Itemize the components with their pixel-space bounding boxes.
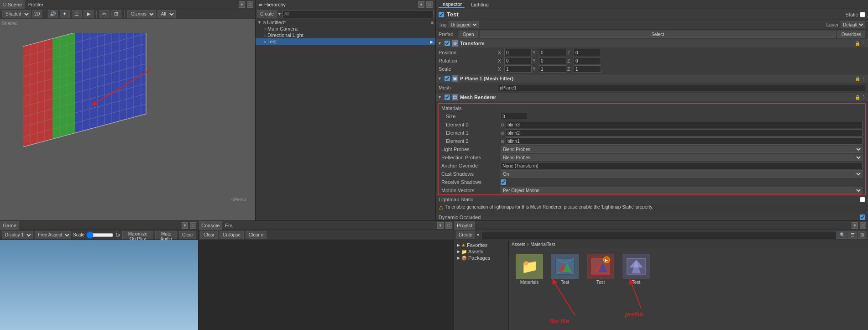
scene-maximize-btn[interactable]: □ xyxy=(247,1,253,8)
hierarchy-maximize-btn[interactable]: □ xyxy=(426,1,433,8)
mesh-filter-header[interactable]: ▼ ▣ P Plane 1 (Mesh Filter) 🔒 ⋮ xyxy=(436,74,868,83)
scale-y-input[interactable] xyxy=(539,65,566,73)
motion-vectors-select[interactable]: Per Object Motion xyxy=(501,187,863,194)
project-minimize-btn[interactable]: ▼ xyxy=(852,222,858,229)
project-assets-item[interactable]: ▶ 📁 Assets xyxy=(456,248,507,255)
collapse-btn[interactable]: Collapse xyxy=(220,231,244,239)
layer-select[interactable]: Default xyxy=(841,21,865,28)
mesh-renderer-collapse-icon: ▼ xyxy=(438,95,442,100)
receive-shadows-checkbox[interactable] xyxy=(501,179,506,185)
overrides-btn[interactable]: Overrides xyxy=(837,31,865,38)
hierarchy-minimize-btn[interactable]: ▼ xyxy=(418,1,424,8)
scene-minimize-btn[interactable]: ▼ xyxy=(239,1,245,8)
hierarchy-item-test[interactable]: ○ Test ▶ xyxy=(256,38,435,45)
shading-mode-select[interactable]: Shaded xyxy=(2,10,31,18)
rect-tool-btn[interactable]: ⊞ xyxy=(111,10,121,18)
hierarchy-scene-root[interactable]: ▼ ⊙ Untitled* ≡ xyxy=(256,19,435,26)
project-create-btn[interactable]: Create xyxy=(456,231,475,239)
scene-3d-view: X Y Z xyxy=(23,33,187,161)
console-tab[interactable]: Console xyxy=(199,221,222,230)
mesh-renderer-checkbox[interactable] xyxy=(444,94,450,100)
asset-materials-folder[interactable]: 📁 Materials xyxy=(513,254,545,285)
anchor-override-input[interactable] xyxy=(501,162,863,169)
audio-toggle-btn[interactable]: 🔊 xyxy=(48,10,58,18)
transform-header[interactable]: ▼ ⊕ Transform 🔒 ⋮ xyxy=(436,39,868,47)
clear-on-btn[interactable]: Clear o xyxy=(246,231,267,239)
gizmos-select[interactable]: Gizmos xyxy=(127,10,156,18)
project-toggle2-btn[interactable]: ⊞ xyxy=(858,231,866,239)
mute-audio-btn[interactable]: Mute Audio xyxy=(155,231,177,239)
mesh-filter-menu-icon[interactable]: ⋮ xyxy=(861,76,866,82)
static-checkbox[interactable] xyxy=(860,12,865,17)
transform-tool-btn[interactable]: ✂ xyxy=(99,10,110,18)
display-select[interactable]: Display 1 xyxy=(2,231,33,239)
mesh-renderer-menu-icon[interactable]: ⋮ xyxy=(861,94,866,100)
open-prefab-btn[interactable]: Open xyxy=(459,31,478,38)
inspector-tab[interactable]: Inspector xyxy=(439,1,465,8)
cast-shadows-select[interactable]: On xyxy=(501,170,863,178)
asset-test-prefab[interactable]: Test xyxy=(620,254,652,285)
scale-slider[interactable] xyxy=(86,232,114,238)
lightmap-static-checkbox[interactable] xyxy=(860,197,865,202)
project-search-btn[interactable]: 🔍 xyxy=(837,231,847,239)
scene-options-btn[interactable]: ☰ xyxy=(72,10,82,18)
fra-tab[interactable]: Fra xyxy=(222,221,235,230)
path-assets[interactable]: Assets xyxy=(512,242,525,247)
rot-z-input[interactable] xyxy=(574,57,601,64)
rot-y-input[interactable] xyxy=(539,57,566,64)
project-content: ▶ ★ Favorites ▶ 📁 Assets ▶ 📦 Packages xyxy=(454,240,868,330)
transform-checkbox[interactable] xyxy=(444,41,450,46)
effects-btn[interactable]: ✦ xyxy=(60,10,70,18)
project-favorites-item[interactable]: ▶ ★ Favorites xyxy=(456,242,507,248)
scene-tab[interactable]: ⬡ Scene xyxy=(0,0,25,9)
element1-input[interactable] xyxy=(506,129,863,136)
dynamic-occluded-checkbox[interactable] xyxy=(860,215,865,220)
project-packages-item[interactable]: ▶ 📦 Packages xyxy=(456,255,507,261)
packages-label: Packages xyxy=(468,255,490,261)
size-input[interactable] xyxy=(501,113,528,120)
light-probes-select[interactable]: Blend Probes xyxy=(501,146,863,153)
aspect-select[interactable]: Free Aspect xyxy=(35,231,71,239)
clear-console-btn[interactable]: Clear xyxy=(200,231,218,239)
rot-x-input[interactable] xyxy=(504,57,532,64)
element0-input[interactable] xyxy=(506,121,863,128)
game-clear-btn[interactable]: Clear xyxy=(179,231,196,239)
path-folder[interactable]: MaterialTest xyxy=(530,242,555,247)
pos-z-input[interactable] xyxy=(574,49,601,56)
reflection-probes-select[interactable]: Blend Probes xyxy=(501,154,863,161)
project-maximize-btn[interactable]: □ xyxy=(860,222,866,229)
hierarchy-item-directional-light[interactable]: ○ Directional Light xyxy=(256,32,435,38)
game-minimize-btn[interactable]: ▼ xyxy=(182,222,188,229)
element2-input[interactable] xyxy=(506,137,863,145)
profiler-tab[interactable]: Profiler xyxy=(25,0,46,9)
hierarchy-search-input[interactable] xyxy=(282,10,434,18)
obj-active-checkbox[interactable] xyxy=(439,12,444,17)
game-maximize-btn[interactable]: □ xyxy=(190,222,196,229)
scale-z-input[interactable] xyxy=(574,65,601,73)
asset-test-prefab-mesh[interactable]: ▶ Test xyxy=(585,254,617,285)
pos-y-input[interactable] xyxy=(539,49,566,56)
select-prefab-btn[interactable]: Select xyxy=(480,31,835,38)
console-minimize-btn[interactable]: ▼ xyxy=(437,222,444,229)
transform-menu-icon[interactable]: ⋮ xyxy=(861,41,866,47)
lighting-tab[interactable]: Lighting xyxy=(468,2,492,7)
console-maximize-btn[interactable]: □ xyxy=(445,222,452,229)
mesh-filter-checkbox[interactable] xyxy=(444,76,450,81)
play-mode-btn[interactable]: ▶ xyxy=(84,10,94,18)
asset-test-mesh[interactable]: Test xyxy=(549,254,581,285)
hierarchy-create-btn[interactable]: Create xyxy=(257,10,277,18)
tag-select[interactable]: Untagged xyxy=(449,21,479,28)
layers-select[interactable]: All xyxy=(157,10,176,18)
2d-toggle-btn[interactable]: 2D xyxy=(32,10,42,18)
maximize-on-play-btn[interactable]: Maximize On Play xyxy=(122,231,154,239)
project-tab[interactable]: Project xyxy=(454,221,475,230)
hierarchy-item-main-camera[interactable]: ○ Main Camera xyxy=(256,26,435,32)
mesh-value-input[interactable] xyxy=(498,84,865,91)
project-search-input[interactable] xyxy=(481,231,837,239)
mesh-renderer-header[interactable]: ▼ ▤ Mesh Renderer 🔒 ⋮ xyxy=(436,93,868,101)
project-toggle1-btn[interactable]: ☰ xyxy=(848,231,857,239)
mesh-renderer-icon: ▤ xyxy=(452,94,458,100)
scale-x-input[interactable] xyxy=(504,65,532,73)
pos-x-input[interactable] xyxy=(504,49,532,56)
game-tab[interactable]: Game xyxy=(0,221,19,230)
